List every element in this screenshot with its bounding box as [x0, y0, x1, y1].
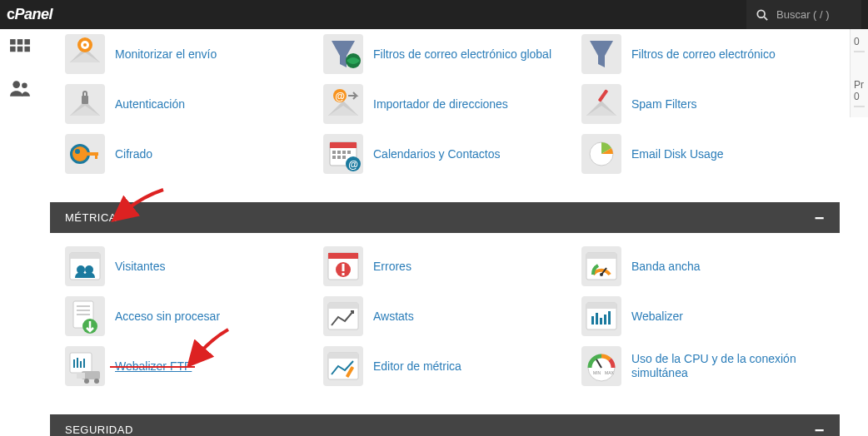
item-address-importer[interactable]: @ Importador de direcciones [323, 84, 566, 124]
envelope-target-icon [65, 34, 105, 74]
item-label: Visitantes [115, 260, 165, 274]
svg-point-8 [12, 81, 20, 88]
svg-rect-45 [586, 253, 616, 259]
item-label: Cifrado [115, 147, 152, 161]
item-webalizer-ftp[interactable]: Webalizer FTP [65, 346, 308, 386]
pie-chart-icon [581, 134, 621, 174]
item-monitor-delivery[interactable]: Monitorizar el envío [65, 34, 308, 74]
svg-rect-24 [330, 142, 357, 148]
item-label: Uso de la CPU y de la conexión simultáne… [631, 352, 825, 380]
item-bandwidth[interactable]: Banda ancha [581, 246, 825, 286]
svg-point-0 [757, 10, 765, 17]
errors-icon [323, 246, 363, 286]
svg-rect-56 [586, 303, 616, 309]
envelope-lock-icon [65, 84, 105, 124]
stat-value: 0 [854, 36, 865, 47]
svg-rect-61 [608, 311, 611, 325]
sidebar-apps-icon[interactable] [0, 29, 40, 69]
raw-access-icon [65, 296, 105, 336]
item-webalizer[interactable]: Webalizer [581, 296, 825, 336]
item-label: Calendarios y Contactos [373, 147, 501, 161]
item-spam-filters[interactable]: Spam Filters [581, 84, 825, 124]
item-cpu-concurrent[interactable]: MINMAX Uso de la CPU y de la conexión si… [581, 346, 825, 386]
item-authentication[interactable]: Autenticación [65, 84, 308, 124]
item-errors[interactable]: Errores [323, 246, 566, 286]
item-global-email-filters[interactable]: Filtros de correo electrónico global [323, 34, 566, 74]
svg-rect-40 [328, 253, 358, 259]
svg-point-9 [22, 82, 27, 88]
sidebar-users-icon[interactable] [0, 69, 40, 109]
svg-rect-7 [24, 47, 29, 52]
svg-point-20 [75, 149, 80, 154]
svg-rect-3 [17, 39, 23, 45]
search-icon [756, 9, 768, 21]
item-metrics-editor[interactable]: Editor de métrica [323, 346, 566, 386]
item-label: Awstats [373, 310, 414, 324]
svg-rect-17 [598, 89, 608, 102]
svg-rect-72 [328, 353, 358, 359]
svg-rect-70 [77, 373, 85, 379]
item-label: Importador de direcciones [373, 97, 508, 111]
calendar-at-icon: @ [323, 134, 363, 174]
svg-rect-2 [10, 39, 16, 45]
svg-text:@: @ [348, 159, 358, 171]
svg-rect-5 [10, 47, 16, 52]
svg-line-1 [764, 17, 767, 20]
item-encryption[interactable]: Cifrado [65, 134, 308, 174]
awstats-icon [323, 296, 363, 336]
main: Monitorizar el envío Filtros de correo e… [40, 29, 850, 436]
item-label: Acceso sin procesar [115, 310, 220, 324]
section-bar-metrics[interactable]: MÉTRICA − [50, 202, 840, 233]
svg-rect-28 [347, 151, 351, 154]
item-email-disk-usage[interactable]: Email Disk Usage [581, 134, 825, 174]
svg-rect-42 [342, 264, 345, 271]
item-label: Errores [373, 260, 412, 274]
svg-point-19 [72, 146, 87, 161]
item-email-filters[interactable]: Filtros de correo electrónico [581, 34, 825, 74]
stats-strip: 0 Pr 0 [850, 29, 868, 117]
svg-point-12 [83, 43, 87, 47]
bandwidth-gauge-icon [581, 246, 621, 286]
item-label: Email Disk Usage [631, 147, 723, 161]
cpanel-logo: Panel [7, 6, 52, 23]
svg-rect-27 [342, 151, 346, 154]
item-label: Webalizer [631, 310, 683, 324]
svg-rect-65 [80, 361, 82, 368]
svg-rect-14 [82, 96, 88, 104]
svg-rect-60 [604, 315, 606, 325]
funnel-icon [581, 34, 621, 74]
sidebar [0, 29, 40, 436]
svg-rect-59 [600, 318, 602, 325]
item-visitors[interactable]: Visitantes [65, 246, 308, 286]
item-label: Filtros de correo electrónico [631, 47, 776, 62]
svg-rect-29 [332, 156, 336, 159]
item-calendars-contacts[interactable]: @ Calendarios y Contactos [323, 134, 566, 174]
svg-rect-26 [337, 151, 341, 154]
key-icon [65, 134, 105, 174]
search-input[interactable] [776, 8, 851, 21]
section-bar-security[interactable]: SEGURIDAD − [50, 414, 840, 436]
svg-rect-58 [596, 313, 598, 325]
svg-rect-57 [591, 316, 594, 325]
section-title: MÉTRICA [65, 211, 117, 224]
svg-point-68 [84, 379, 89, 384]
envelope-pencil-icon [581, 84, 621, 124]
stat-value: 0 [854, 91, 865, 102]
svg-text:MIN: MIN [593, 370, 601, 375]
svg-text:MAX: MAX [605, 370, 615, 375]
svg-rect-64 [77, 358, 78, 368]
webalizer-icon [581, 296, 621, 336]
item-awstats[interactable]: Awstats [323, 296, 566, 336]
search-input-wrap[interactable] [746, 0, 861, 29]
cpu-gauge-icon: MINMAX [581, 346, 621, 386]
item-label: Autenticación [115, 97, 185, 111]
svg-text:@: @ [335, 91, 345, 102]
item-label: Filtros de correo electrónico global [373, 47, 551, 62]
svg-point-47 [600, 273, 603, 276]
item-label: Editor de métrica [373, 359, 461, 374]
topbar: Panel [0, 0, 868, 29]
item-label: Banda ancha [631, 260, 701, 274]
webalizer-ftp-icon [65, 346, 105, 386]
item-label: Webalizer FTP [115, 359, 192, 374]
item-raw-access[interactable]: Acceso sin procesar [65, 296, 308, 336]
